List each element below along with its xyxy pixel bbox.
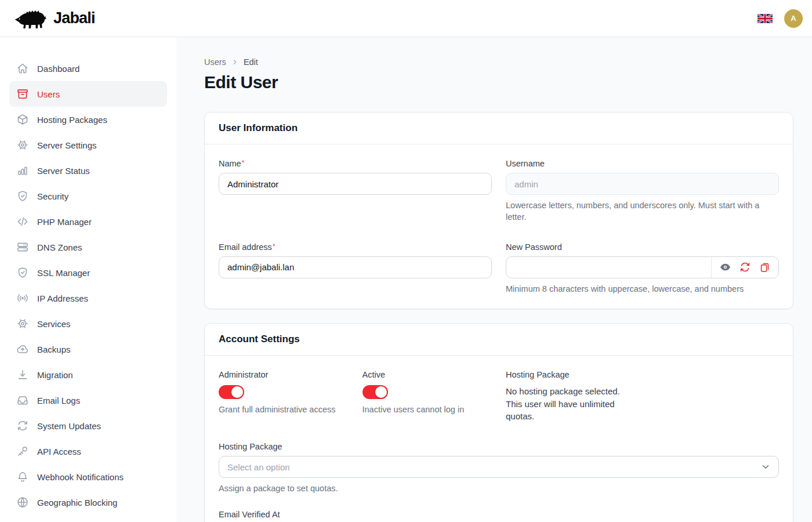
username-hint: Lowercase letters, numbers, and undersco…: [506, 200, 779, 223]
archive-icon: [16, 88, 29, 100]
brand-name: Jabali: [53, 9, 95, 27]
sidebar-item-ip-addresses[interactable]: IP Addresses: [9, 285, 167, 311]
cube-icon: [16, 113, 29, 126]
shield-icon: [16, 190, 29, 202]
sidebar-item-server-settings[interactable]: Server Settings: [9, 132, 167, 158]
cloud-up-icon: [16, 343, 29, 356]
selected-option: Select an option: [227, 462, 290, 472]
sidebar-item-ssl-manager[interactable]: SSL Manager: [9, 260, 167, 285]
active-label: Active: [362, 370, 386, 379]
user-information-card: User Information Name* Username Lowercas…: [204, 112, 793, 309]
breadcrumb-users[interactable]: Users: [204, 57, 226, 67]
username-input[interactable]: [506, 173, 779, 195]
home-icon: [16, 62, 29, 75]
main-content: Users Edit Edit User User Information Na…: [176, 37, 812, 522]
breadcrumb-edit: Edit: [244, 57, 258, 67]
name-label: Name: [219, 159, 241, 168]
administrator-label: Administrator: [219, 370, 268, 379]
regenerate-password-icon[interactable]: [739, 261, 751, 273]
hosting-package-select-group: Hosting Package Select an option Assign …: [219, 441, 779, 494]
globe-icon: [16, 496, 29, 509]
hosting-package-status-label: Hosting Package: [506, 370, 570, 379]
sidebar-item-security[interactable]: Security: [9, 183, 167, 209]
sidebar-item-dashboard[interactable]: Dashboard: [9, 56, 167, 81]
brand-link[interactable]: Jabali: [14, 8, 95, 30]
required-marker: *: [242, 159, 245, 167]
administrator-hint: Grant full administrative access: [219, 404, 349, 415]
hosting-package-status-text: No hosting package selected. This user w…: [506, 385, 636, 423]
code-icon: [16, 215, 29, 228]
chevron-right-icon: [231, 58, 239, 66]
signal-icon: [16, 292, 29, 304]
new-password-label: New Password: [506, 242, 562, 252]
card-title-account-settings: Account Settings: [219, 334, 779, 345]
sidebar-item-php-manager[interactable]: PHP Manager: [9, 209, 167, 234]
sidebar-item-api-access[interactable]: API Access: [9, 438, 167, 464]
breadcrumb: Users Edit: [204, 57, 793, 67]
chevron-down-icon: [760, 462, 771, 472]
sidebar-item-system-updates[interactable]: System Updates: [9, 413, 167, 438]
refresh-icon: [16, 419, 29, 432]
server-icon: [16, 241, 29, 253]
sidebar-item-server-status[interactable]: Server Status: [9, 158, 167, 183]
eye-icon[interactable]: [719, 261, 731, 273]
cog-icon: [16, 317, 29, 330]
hosting-package-select[interactable]: Select an option: [219, 456, 779, 478]
sidebar-item-services[interactable]: Services: [9, 311, 167, 336]
shield-icon: [16, 266, 29, 279]
administrator-toggle[interactable]: [219, 385, 244, 399]
language-switcher[interactable]: [757, 13, 774, 24]
page-title: Edit User: [204, 72, 793, 92]
top-bar: Jabali A: [0, 0, 812, 37]
email-verified-label: Email Verified At: [219, 510, 280, 519]
email-input[interactable]: [219, 256, 492, 278]
sidebar-item-backups[interactable]: Backups: [9, 336, 167, 362]
sidebar-item-email-logs[interactable]: Email Logs: [9, 387, 167, 413]
account-settings-card: Account Settings Administrator Grant ful…: [204, 323, 793, 522]
email-label: Email address: [219, 242, 272, 252]
name-input[interactable]: [219, 173, 492, 195]
password-hint: Minimum 8 characters with uppercase, low…: [506, 283, 779, 295]
password-field-group: New Password Minimum 8 characters with u…: [506, 242, 779, 295]
user-avatar[interactable]: A: [784, 9, 803, 28]
required-marker: *: [273, 242, 276, 251]
sidebar-item-dns-zones[interactable]: DNS Zones: [9, 234, 167, 260]
card-title-user-information: User Information: [219, 122, 779, 134]
copy-password-icon[interactable]: [759, 261, 771, 273]
uk-flag-icon: [757, 13, 773, 24]
inbox-icon: [16, 394, 29, 407]
cog-icon: [16, 139, 29, 151]
username-label: Username: [506, 159, 545, 168]
download-icon: [16, 368, 29, 381]
sidebar-nav: Dashboard Users Hosting Packages Server …: [0, 37, 176, 522]
active-toggle-group: Active Inactive users cannot log in: [362, 369, 492, 423]
sidebar-item-users[interactable]: Users: [9, 81, 167, 107]
chart-icon: [16, 164, 29, 177]
username-field-group: Username Lowercase letters, numbers, and…: [506, 158, 779, 223]
sidebar-item-migration[interactable]: Migration: [9, 362, 167, 387]
sidebar-item-hosting-packages[interactable]: Hosting Packages: [9, 107, 167, 132]
name-field-group: Name*: [219, 158, 492, 223]
active-hint: Inactive users cannot log in: [362, 404, 492, 415]
sidebar-item-geographic-blocking[interactable]: Geographic Blocking: [9, 490, 167, 515]
active-toggle[interactable]: [362, 385, 388, 399]
administrator-toggle-group: Administrator Grant full administrative …: [219, 369, 349, 423]
boar-logo-icon: [14, 8, 48, 30]
bell-icon: [16, 470, 29, 483]
key-icon: [16, 445, 29, 458]
hosting-package-status-group: Hosting Package No hosting package selec…: [506, 369, 636, 423]
sidebar-item-webhook-notifications[interactable]: Webhook Notifications: [9, 464, 167, 490]
hosting-package-label: Hosting Package: [219, 442, 282, 451]
hosting-package-hint: Assign a package to set quotas.: [219, 483, 779, 494]
email-verified-group: Email Verified At dd/mm/yyyy --:--: [219, 509, 779, 522]
email-field-group: Email address*: [219, 242, 492, 295]
